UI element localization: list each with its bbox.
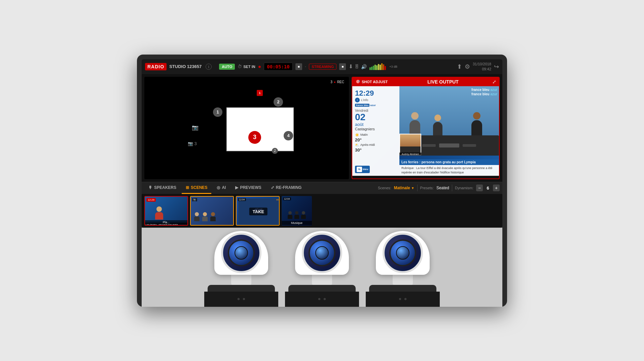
camera-unit-2	[285, 231, 359, 307]
dynamism-value: 6	[485, 186, 491, 191]
reframe-icon: ⤢	[271, 185, 274, 190]
camera-neck-3	[393, 275, 413, 285]
mic-icon: 🎙	[148, 185, 152, 190]
thumb-star: ✏	[276, 198, 279, 202]
thumb-people-2	[194, 212, 216, 221]
db-label: +3 dB	[389, 65, 397, 68]
presets-label: Presets:	[420, 186, 434, 190]
broadcast-date: 02	[355, 112, 397, 122]
cam-led-6	[404, 298, 406, 300]
cam-marker-3: 3	[248, 131, 261, 144]
scenes-arrow: ▼	[411, 186, 415, 190]
scenes-value: Matinale	[394, 186, 410, 190]
auto-button[interactable]: AUTO	[219, 64, 235, 70]
camera-neck-2	[312, 275, 332, 285]
cam-marker-4: 4	[284, 131, 293, 140]
thumb-item-3[interactable]: 🗺 12:04 ✏ TAKE	[236, 196, 280, 226]
cam-icon-red: 1	[257, 90, 263, 96]
camera-lens-inner-3	[389, 239, 416, 266]
broadcast-month: août	[355, 122, 397, 127]
camera-base-top-2	[288, 285, 356, 292]
logout-icon[interactable]: ↪	[494, 63, 499, 70]
dynamism-minus[interactable]: −	[476, 185, 483, 191]
thumb-item-1[interactable]: 12:29 Les ferries : persona non grata...…	[144, 196, 188, 226]
set-in-label: SET IN	[243, 65, 255, 69]
separator-2	[452, 185, 452, 191]
tab-reframing[interactable]: ⤢ RE-FRAMING	[267, 182, 306, 194]
ai-icon: ◎	[217, 185, 220, 190]
anchor-name-label: Audrey Abraham	[399, 153, 421, 156]
monitor-screen: RADIO STUDIO 123657 i AUTO ⏱ SET IN ● 00…	[142, 59, 502, 228]
camera-lens-inner-1	[228, 239, 255, 266]
preview-icon: ▶	[235, 185, 238, 190]
thumb-time-4: 12:04	[283, 197, 291, 200]
camera-lens-outer-1	[221, 233, 261, 273]
equalizer-icon[interactable]: 🎚	[354, 64, 360, 70]
stream-stop-button[interactable]: ■	[339, 63, 346, 70]
live-output-title: LIVE OUTPUT	[390, 79, 496, 85]
info-icon[interactable]: i	[206, 64, 212, 70]
camera-base-2	[285, 292, 359, 307]
date-display: 31/10/2018	[473, 62, 491, 66]
take-overlay[interactable]: TAKE	[249, 207, 267, 215]
thumb-label-1: Pla...	[145, 220, 187, 224]
cam-marker-1: 1	[213, 107, 222, 117]
dynamism-plus[interactable]: +	[493, 185, 500, 191]
presets-value: Seated	[436, 186, 449, 190]
lower-headline: Les ferries : persona non grata au port …	[399, 159, 499, 165]
cam-led-5	[399, 298, 401, 300]
cam-number: 3	[330, 80, 332, 84]
dynamism-controls: − 6 +	[476, 185, 500, 191]
camera-base-top-3	[369, 285, 436, 292]
settings-icon[interactable]: ⚙	[465, 63, 470, 70]
camera-head-3	[376, 231, 430, 275]
bottom-tabs: 🎙 SPEAKERS ⊞ SCENES ◎ AI ▶ PREVIEWS ⤢ RE…	[142, 182, 502, 194]
streaming-button[interactable]: STREAMING	[309, 64, 336, 70]
tab-speakers[interactable]: 🎙 SPEAKERS	[144, 182, 180, 194]
cam-badge-2: 2	[272, 148, 278, 154]
dynamism-label: Dynamism:	[455, 186, 473, 190]
sun-icon: ☀️	[355, 133, 359, 137]
studio-label: STUDIO 123657	[169, 64, 202, 69]
top-bar: RADIO STUDIO 123657 i AUTO ⏱ SET IN ● 00…	[142, 59, 502, 74]
download-icon[interactable]: ⬇	[349, 63, 353, 70]
camera-view: 3 ● REC 1 2 3 4	[144, 77, 349, 179]
camera-head-1	[214, 231, 268, 275]
thumb-label-4: Musique	[282, 221, 312, 225]
cam-led-2	[243, 298, 245, 300]
camera-lens-outer-3	[383, 233, 423, 273]
afternoon-weather: ⛅ Après-midi	[355, 143, 397, 147]
camera-base-1	[204, 292, 278, 307]
tab-ai[interactable]: ◎ AI	[213, 182, 230, 194]
scenes-controls: Scenes: Matinale ▼ Presets: Seated Dynam…	[378, 185, 500, 191]
thumb-cam-badge-2: 📷	[192, 198, 197, 201]
thumb-item-4[interactable]: 12:04	[282, 196, 312, 226]
broadcast-channel-logos: france bleu azur	[355, 104, 397, 107]
tab-previews[interactable]: ▶ PREVIEWS	[231, 182, 265, 194]
thumb-item-2[interactable]: 📷	[190, 196, 234, 226]
camera-neck-1	[231, 275, 251, 285]
tab-scenes[interactable]: ⊞ SCENES	[182, 182, 211, 194]
set-in-control[interactable]: ⏱ SET IN	[238, 64, 255, 69]
separator-1	[417, 185, 418, 191]
live-output-header: 🎯 SHOT ADJUST LIVE OUTPUT ⤢	[352, 77, 499, 86]
timecode-display: 00:05:10	[264, 63, 292, 71]
camera-lens-core-1	[235, 246, 248, 260]
thumb-band	[288, 211, 306, 219]
camera-unit-3	[366, 231, 440, 307]
camera-base-top-1	[208, 285, 275, 292]
desk-rect	[226, 107, 294, 151]
thumb-time-1: 12:29	[146, 198, 156, 202]
person-1	[409, 112, 420, 137]
person-3	[471, 112, 482, 137]
scenes-dropdown[interactable]: Matinale ▼	[394, 186, 415, 190]
floor-plan: 1 2 3 4 📷 1 📷 3 2	[186, 87, 307, 161]
volume-icon[interactable]: 🔊	[361, 64, 367, 69]
share-icon[interactable]: ⬆	[457, 63, 462, 70]
broadcast-left-panel: 12:29 i L'info france bleu azur	[352, 86, 399, 176]
scenes-icon: ⊞	[186, 185, 189, 190]
expand-button[interactable]: ⤢	[492, 79, 496, 85]
cameras-section	[142, 228, 502, 307]
stop-button[interactable]: ■	[295, 63, 302, 70]
rec-dot: ●	[258, 64, 261, 70]
